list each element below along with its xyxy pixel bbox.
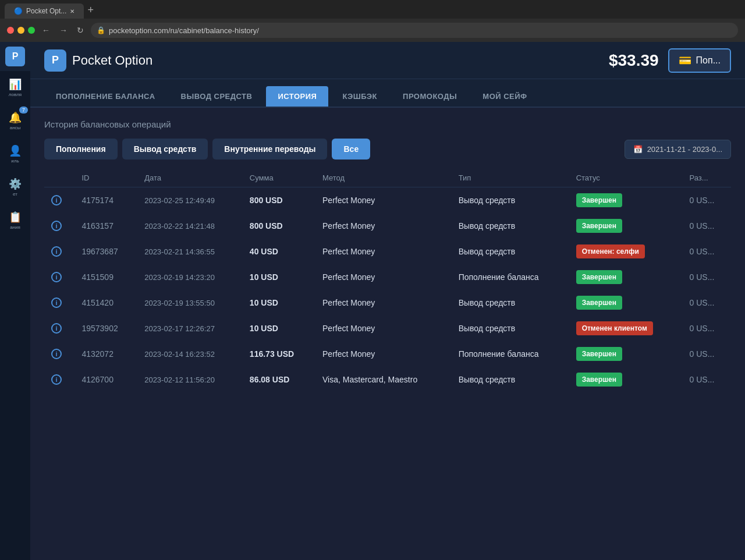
info-icon[interactable]: i bbox=[51, 195, 62, 205]
row-extra: 0 US... bbox=[683, 367, 731, 392]
refresh-btn[interactable]: ↻ bbox=[74, 26, 86, 35]
row-date: 2023-02-17 12:26:27 bbox=[137, 316, 243, 341]
deposit-button[interactable]: 💳 Поп... bbox=[668, 48, 731, 73]
row-amount: 10 USD bbox=[243, 264, 315, 290]
row-status: Отменен клиентом bbox=[569, 316, 683, 341]
table-row: i 4132072 2023-02-14 16:23:52 116.73 USD… bbox=[44, 341, 731, 367]
row-amount: 86.08 USD bbox=[243, 367, 315, 392]
info-icon[interactable]: i bbox=[51, 246, 62, 257]
row-amount: 10 USD bbox=[243, 290, 315, 316]
info-icon[interactable]: i bbox=[51, 349, 62, 359]
tab-cashback[interactable]: КЭШБЭК bbox=[331, 86, 389, 107]
window-minimize-btn[interactable] bbox=[17, 27, 24, 34]
tab-close-btn[interactable]: ✕ bbox=[70, 8, 74, 15]
transactions-table: ID Дата Сумма Метод Тип Статус Раз... i … bbox=[44, 169, 731, 392]
info-icon[interactable]: i bbox=[51, 323, 62, 334]
table-row: i 4151420 2023-02-19 13:55:50 10 USD Per… bbox=[44, 290, 731, 316]
window-close-btn[interactable] bbox=[7, 27, 14, 34]
row-amount: 10 USD bbox=[243, 316, 315, 341]
row-method: Perfect Money bbox=[315, 316, 452, 341]
header-right: $33.39 💳 Поп... bbox=[609, 48, 731, 73]
tab-promo[interactable]: ПРОМОКОДЫ bbox=[391, 86, 469, 107]
row-method: Perfect Money bbox=[315, 213, 452, 239]
info-icon[interactable]: i bbox=[51, 374, 62, 385]
filter-deposits[interactable]: Пополнения bbox=[44, 139, 118, 160]
row-date: 2023-02-19 14:23:20 bbox=[137, 264, 243, 290]
row-amount: 116.73 USD bbox=[243, 341, 315, 367]
col-id: ID bbox=[74, 169, 137, 187]
logo-suffix: Option bbox=[115, 53, 152, 68]
row-type: Вывод средств bbox=[452, 213, 569, 239]
row-status: Завершен bbox=[569, 367, 683, 392]
filter-all[interactable]: Все bbox=[332, 139, 370, 160]
row-type: Вывод средств bbox=[452, 290, 569, 316]
header-logo: P Pocket Option bbox=[44, 49, 152, 72]
filter-transfers[interactable]: Внутренние переводы bbox=[212, 139, 327, 160]
table-row: i 4126700 2023-02-12 11:56:20 86.08 USD … bbox=[44, 367, 731, 392]
window-maximize-btn[interactable] bbox=[28, 27, 35, 34]
row-date: 2023-02-14 16:23:52 bbox=[137, 341, 243, 367]
sidebar-item-chart[interactable]: 📊 ловля bbox=[0, 71, 30, 104]
forward-btn[interactable]: → bbox=[57, 26, 70, 35]
table-body: i 4175174 2023-02-25 12:49:49 800 USD Pe… bbox=[44, 187, 731, 392]
info-icon[interactable]: i bbox=[51, 272, 62, 282]
table-row: i 4151509 2023-02-19 14:23:20 10 USD Per… bbox=[44, 264, 731, 290]
sidebar-item-profile[interactable]: 👤 иль bbox=[0, 137, 30, 171]
col-type: Тип bbox=[452, 169, 569, 187]
row-id: 4151420 bbox=[74, 290, 137, 316]
status-badge: Завершен bbox=[576, 219, 622, 233]
row-extra: 0 US... bbox=[683, 290, 731, 316]
calendar-icon: 📅 bbox=[633, 145, 643, 154]
filter-row: Пополнения Вывод средств Внутренние пере… bbox=[44, 139, 731, 160]
page-content: История балансовых операций Пополнения В… bbox=[30, 108, 745, 560]
browser-tab[interactable]: 🔵 Pocket Opt... ✕ bbox=[5, 3, 84, 19]
deposit-icon: 💳 bbox=[679, 54, 691, 67]
col-extra: Раз... bbox=[683, 169, 731, 187]
nav-tabs: ПОПОЛНЕНИЕ БАЛАНСА ВЫВОД СРЕДСТВ ИСТОРИЯ… bbox=[30, 79, 745, 108]
row-amount: 800 USD bbox=[243, 187, 315, 213]
bell-icon: 🔔 bbox=[9, 111, 22, 124]
row-extra: 0 US... bbox=[683, 239, 731, 264]
sidebar-logo: P bbox=[0, 42, 30, 71]
info-icon[interactable]: i bbox=[51, 297, 62, 308]
row-info-cell: i bbox=[44, 213, 74, 239]
sidebar-item-settings[interactable]: ⚙️ ет bbox=[0, 171, 30, 204]
row-date: 2023-02-25 12:49:49 bbox=[137, 187, 243, 213]
address-bar[interactable]: 🔒 pocketoption.com/ru/cabinet/balance-hi… bbox=[91, 23, 738, 38]
row-method: Perfect Money bbox=[315, 341, 452, 367]
balance-amount: $33.39 bbox=[609, 51, 659, 70]
app-header: P Pocket Option $33.39 💳 Поп... bbox=[30, 42, 745, 79]
row-method: Perfect Money bbox=[315, 239, 452, 264]
row-info-cell: i bbox=[44, 187, 74, 213]
sidebar-item-label-profile: иль bbox=[11, 158, 19, 164]
sidebar-item-notifications-wrap: 🔔 ансы 7 bbox=[0, 104, 30, 137]
filter-withdrawals[interactable]: Вывод средств bbox=[122, 139, 208, 160]
row-status: Завершен bbox=[569, 290, 683, 316]
gear-icon: ⚙️ bbox=[9, 178, 22, 190]
col-amount: Сумма bbox=[243, 169, 315, 187]
sidebar-item-label-chart: ловля bbox=[9, 92, 22, 97]
row-amount: 40 USD bbox=[243, 239, 315, 264]
tab-safe[interactable]: МОЙ СЕЙФ bbox=[471, 86, 538, 107]
notifications-badge: 7 bbox=[19, 107, 28, 114]
status-badge: Завершен bbox=[576, 270, 622, 284]
date-range-picker[interactable]: 📅 2021-11-21 - 2023-0... bbox=[625, 140, 731, 159]
tab-deposit[interactable]: ПОПОЛНЕНИЕ БАЛАНСА bbox=[44, 86, 167, 107]
row-extra: 0 US... bbox=[683, 187, 731, 213]
tab-withdrawal[interactable]: ВЫВОД СРЕДСТВ bbox=[169, 86, 264, 107]
back-btn[interactable]: ← bbox=[40, 26, 52, 35]
app-container: P 📊 ловля 🔔 ансы 7 👤 иль ⚙️ ет 📋 ания bbox=[0, 42, 745, 560]
row-info-cell: i bbox=[44, 341, 74, 367]
sidebar-item-orders[interactable]: 📋 ания bbox=[0, 204, 30, 237]
user-icon: 👤 bbox=[9, 144, 22, 157]
tab-history[interactable]: ИСТОРИЯ bbox=[266, 86, 328, 107]
status-badge: Завершен bbox=[576, 193, 622, 207]
row-info-cell: i bbox=[44, 367, 74, 392]
sidebar-item-label-notifications: ансы bbox=[10, 125, 21, 130]
table-row: i 4175174 2023-02-25 12:49:49 800 USD Pe… bbox=[44, 187, 731, 213]
row-status: Завершен bbox=[569, 187, 683, 213]
col-status: Статус bbox=[569, 169, 683, 187]
info-icon[interactable]: i bbox=[51, 221, 62, 231]
tab-icon: 🔵 bbox=[14, 7, 23, 15]
new-tab-btn[interactable]: + bbox=[87, 4, 94, 19]
